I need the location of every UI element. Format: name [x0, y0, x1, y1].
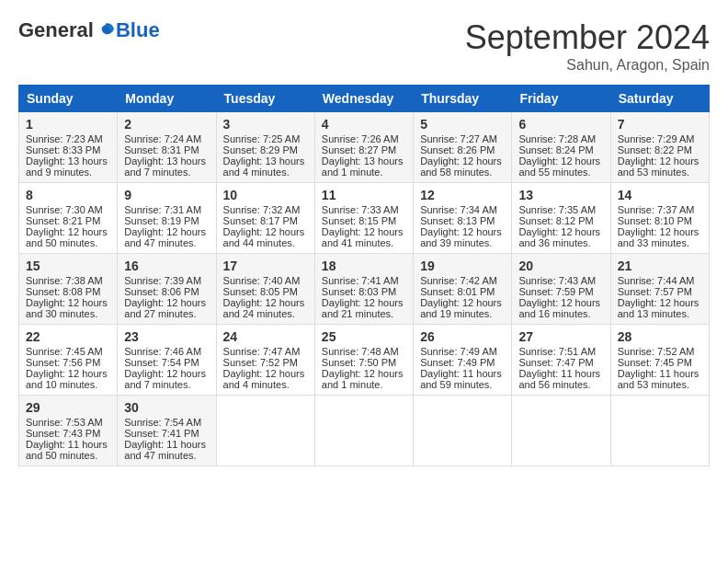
- daylight-text: Daylight: 11 hours and 47 minutes.: [124, 439, 206, 461]
- sunset-text: Sunset: 8:10 PM: [618, 215, 692, 226]
- daylight-text: Daylight: 12 hours and 13 minutes.: [618, 297, 700, 319]
- daylight-text: Daylight: 12 hours and 36 minutes.: [518, 226, 600, 248]
- sunrise-text: Sunrise: 7:37 AM: [618, 204, 695, 215]
- month-title: September 2024: [465, 18, 710, 57]
- calendar-cell-week2-saturday: 14 Sunrise: 7:37 AM Sunset: 8:10 PM Dayl…: [610, 183, 709, 254]
- calendar-table: Sunday Monday Tuesday Wednesday Thursday…: [18, 85, 710, 466]
- calendar-cell-week1-monday: 2 Sunrise: 7:24 AM Sunset: 8:31 PM Dayli…: [118, 112, 216, 183]
- sunset-text: Sunset: 7:41 PM: [124, 428, 199, 439]
- sunset-text: Sunset: 8:27 PM: [322, 144, 396, 155]
- logo-bird-icon: [96, 20, 116, 40]
- logo: General Blue: [18, 18, 160, 42]
- calendar-week-5: 29 Sunrise: 7:53 AM Sunset: 7:43 PM Dayl…: [19, 396, 710, 466]
- daylight-text: Daylight: 11 hours and 56 minutes.: [518, 368, 600, 390]
- calendar-cell-week2-tuesday: 10 Sunrise: 7:32 AM Sunset: 8:17 PM Dayl…: [216, 183, 314, 254]
- daylight-text: Daylight: 12 hours and 1 minute.: [322, 368, 404, 390]
- day-number: 24: [223, 329, 308, 344]
- sunrise-text: Sunrise: 7:29 AM: [618, 133, 695, 144]
- sunrise-text: Sunrise: 7:40 AM: [223, 275, 301, 286]
- daylight-text: Daylight: 12 hours and 41 minutes.: [322, 226, 404, 248]
- sunset-text: Sunset: 7:49 PM: [420, 357, 495, 368]
- daylight-text: Daylight: 12 hours and 58 minutes.: [420, 155, 502, 178]
- sunset-text: Sunset: 7:59 PM: [518, 286, 593, 297]
- calendar-cell-week4-saturday: 28 Sunrise: 7:52 AM Sunset: 7:45 PM Dayl…: [610, 325, 709, 396]
- calendar-cell-week2-wednesday: 11 Sunrise: 7:33 AM Sunset: 8:15 PM Dayl…: [314, 183, 413, 254]
- header-tuesday: Tuesday: [216, 86, 314, 112]
- sunset-text: Sunset: 7:50 PM: [322, 357, 396, 368]
- sunrise-text: Sunrise: 7:52 AM: [618, 346, 695, 357]
- sunrise-text: Sunrise: 7:23 AM: [26, 133, 103, 144]
- sunset-text: Sunset: 8:03 PM: [322, 286, 396, 297]
- daylight-text: Daylight: 12 hours and 44 minutes.: [223, 226, 305, 248]
- daylight-text: Daylight: 12 hours and 55 minutes.: [518, 155, 600, 178]
- sunset-text: Sunset: 8:31 PM: [124, 144, 199, 155]
- day-number: 18: [322, 259, 406, 273]
- header-thursday: Thursday: [414, 86, 512, 112]
- calendar-week-2: 8 Sunrise: 7:30 AM Sunset: 8:21 PM Dayli…: [19, 183, 710, 254]
- calendar-cell-week4-thursday: 26 Sunrise: 7:49 AM Sunset: 7:49 PM Dayl…: [414, 325, 512, 396]
- calendar-cell-week4-monday: 23 Sunrise: 7:46 AM Sunset: 7:54 PM Dayl…: [118, 325, 216, 396]
- daylight-text: Daylight: 13 hours and 1 minute.: [322, 155, 404, 178]
- sunrise-text: Sunrise: 7:24 AM: [124, 133, 201, 144]
- daylight-text: Daylight: 12 hours and 39 minutes.: [420, 226, 502, 248]
- calendar-cell-week1-thursday: 5 Sunrise: 7:27 AM Sunset: 8:26 PM Dayli…: [414, 112, 512, 183]
- calendar-cell-week2-monday: 9 Sunrise: 7:31 AM Sunset: 8:19 PM Dayli…: [118, 183, 216, 254]
- sunrise-text: Sunrise: 7:31 AM: [124, 204, 201, 215]
- calendar-cell-week2-friday: 13 Sunrise: 7:35 AM Sunset: 8:12 PM Dayl…: [512, 183, 610, 254]
- day-number: 30: [124, 400, 209, 415]
- daylight-text: Daylight: 11 hours and 59 minutes.: [420, 368, 502, 390]
- sunrise-text: Sunrise: 7:53 AM: [26, 417, 103, 428]
- calendar-cell-week4-friday: 27 Sunrise: 7:51 AM Sunset: 7:47 PM Dayl…: [512, 325, 610, 396]
- day-number: 9: [124, 188, 209, 202]
- calendar-cell-week3-monday: 16 Sunrise: 7:39 AM Sunset: 8:06 PM Dayl…: [118, 254, 216, 325]
- sunrise-text: Sunrise: 7:51 AM: [518, 346, 596, 357]
- sunrise-text: Sunrise: 7:42 AM: [420, 275, 497, 286]
- day-number: 12: [420, 188, 505, 202]
- day-number: 17: [223, 259, 308, 273]
- day-number: 4: [322, 117, 406, 132]
- sunset-text: Sunset: 7:54 PM: [124, 357, 199, 368]
- daylight-text: Daylight: 11 hours and 53 minutes.: [618, 368, 700, 390]
- page-header: General Blue September 2024 Sahun, Arago…: [18, 18, 710, 74]
- day-number: 29: [26, 400, 110, 415]
- sunset-text: Sunset: 7:47 PM: [518, 357, 593, 368]
- calendar-cell-week5-wednesday: [314, 396, 413, 466]
- sunset-text: Sunset: 7:52 PM: [223, 357, 298, 368]
- day-number: 22: [26, 329, 110, 344]
- header-sunday: Sunday: [19, 86, 118, 112]
- header-friday: Friday: [512, 86, 610, 112]
- sunrise-text: Sunrise: 7:25 AM: [223, 133, 301, 144]
- day-number: 19: [420, 259, 505, 273]
- calendar-cell-week3-tuesday: 17 Sunrise: 7:40 AM Sunset: 8:05 PM Dayl…: [216, 254, 314, 325]
- sunrise-text: Sunrise: 7:41 AM: [322, 275, 399, 286]
- calendar-cell-week4-tuesday: 24 Sunrise: 7:47 AM Sunset: 7:52 PM Dayl…: [216, 325, 314, 396]
- sunset-text: Sunset: 8:15 PM: [322, 215, 396, 226]
- calendar-cell-week3-thursday: 19 Sunrise: 7:42 AM Sunset: 8:01 PM Dayl…: [414, 254, 512, 325]
- sunrise-text: Sunrise: 7:30 AM: [26, 204, 103, 215]
- sunset-text: Sunset: 7:57 PM: [618, 286, 692, 297]
- sunrise-text: Sunrise: 7:45 AM: [26, 346, 103, 357]
- sunset-text: Sunset: 8:12 PM: [518, 215, 593, 226]
- daylight-text: Daylight: 13 hours and 9 minutes.: [26, 155, 108, 178]
- calendar-cell-week5-saturday: [610, 396, 709, 466]
- daylight-text: Daylight: 12 hours and 53 minutes.: [618, 155, 700, 178]
- day-number: 27: [518, 329, 603, 344]
- sunset-text: Sunset: 8:05 PM: [223, 286, 298, 297]
- day-number: 20: [518, 259, 603, 273]
- sunrise-text: Sunrise: 7:32 AM: [223, 204, 301, 215]
- calendar-cell-week5-tuesday: [216, 396, 314, 466]
- sunrise-text: Sunrise: 7:26 AM: [322, 133, 399, 144]
- calendar-cell-week1-sunday: 1 Sunrise: 7:23 AM Sunset: 8:33 PM Dayli…: [19, 112, 118, 183]
- calendar-cell-week5-monday: 30 Sunrise: 7:54 AM Sunset: 7:41 PM Dayl…: [118, 396, 216, 466]
- daylight-text: Daylight: 12 hours and 19 minutes.: [420, 297, 502, 319]
- day-number: 26: [420, 329, 505, 344]
- calendar-header-row: Sunday Monday Tuesday Wednesday Thursday…: [19, 86, 710, 112]
- day-number: 3: [223, 117, 308, 132]
- daylight-text: Daylight: 13 hours and 4 minutes.: [223, 155, 305, 178]
- sunrise-text: Sunrise: 7:28 AM: [518, 133, 596, 144]
- daylight-text: Daylight: 12 hours and 16 minutes.: [518, 297, 600, 319]
- sunset-text: Sunset: 8:33 PM: [26, 144, 100, 155]
- calendar-cell-week4-wednesday: 25 Sunrise: 7:48 AM Sunset: 7:50 PM Dayl…: [314, 325, 413, 396]
- day-number: 2: [124, 117, 209, 132]
- day-number: 25: [322, 329, 406, 344]
